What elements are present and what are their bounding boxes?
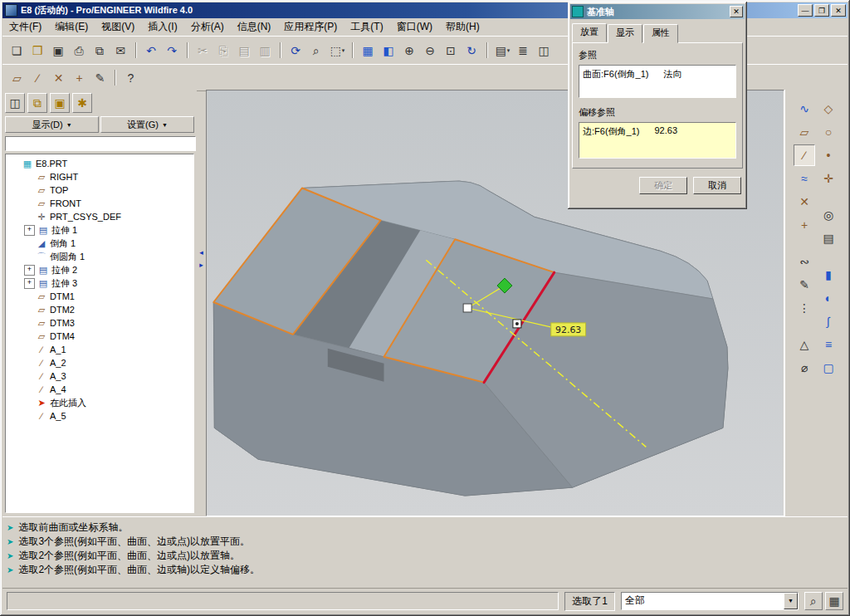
tree-expander-icon[interactable] [24, 398, 33, 408]
tree-expander-icon[interactable] [24, 385, 33, 394]
sketch-tool-button[interactable]: ✎ [90, 67, 110, 88]
dimension-label[interactable]: 92.63 [551, 323, 586, 336]
regenerate-button[interactable]: ⟳ [286, 40, 306, 61]
datum-plane-tool-button[interactable]: ▱ [794, 121, 815, 143]
datum-axis-button[interactable]: ∕ [27, 67, 48, 88]
refit-button[interactable]: ⊡ [441, 40, 462, 61]
selection-filter-combo[interactable]: 全部 ▼ [621, 592, 799, 610]
dialog-title-bar[interactable]: 基准轴 ✕ [570, 4, 745, 19]
maximize-button[interactable]: ❐ [814, 4, 829, 17]
saved-views-button[interactable]: ▤ ▾ [492, 40, 513, 61]
tree-expander-icon[interactable] [24, 319, 33, 328]
cut-button[interactable]: ✂ [193, 40, 213, 61]
repaint-button[interactable]: ▦ [358, 40, 379, 61]
show-menu-button[interactable]: 显示(D) ▼ [5, 116, 99, 133]
tree-expander-icon[interactable] [24, 213, 33, 222]
tree-expander-icon[interactable] [24, 332, 33, 341]
open-button[interactable]: ❒ [27, 40, 48, 61]
tree-expander-icon[interactable] [24, 292, 33, 301]
tree-item[interactable]: ▱ TOP [6, 183, 193, 197]
new-button[interactable]: ❏ [7, 40, 27, 61]
tree-item[interactable]: ∕ A_3 [6, 369, 193, 383]
menu-item[interactable]: 应用程序(P) [277, 18, 344, 36]
menu-item[interactable]: 文件(F) [2, 18, 48, 36]
tree-expander-icon[interactable] [24, 225, 35, 236]
sash-collapse-right-icon[interactable]: ▸ [197, 260, 206, 271]
find-button[interactable]: ⌕ [306, 40, 327, 61]
favorites-button[interactable]: ▣ [50, 93, 70, 113]
datum-csys-button[interactable]: + [69, 67, 90, 88]
status-find-button[interactable]: ⌕ [804, 592, 823, 610]
folder-browser-button[interactable]: ⧉ [27, 93, 47, 113]
tree-item[interactable]: ∕ A_4 [6, 383, 193, 396]
paste-button[interactable]: ▤ [234, 40, 255, 61]
offset-reference-row[interactable]: 边:F6(倒角_1) 92.63 [583, 125, 732, 138]
datum-point-tool-button[interactable]: ✕ [794, 191, 815, 213]
sweep-button[interactable]: ∫ [818, 310, 839, 332]
tree-item[interactable]: ∕ A_1 [6, 343, 193, 356]
tree-item[interactable]: ◢ 倒角 1 [6, 237, 193, 250]
references-list[interactable]: 曲面:F6(倒角_1) 法向 [579, 65, 736, 98]
revolve-button[interactable]: ◐ [818, 287, 839, 309]
datum-axis-tool-button[interactable]: ∕ [794, 144, 815, 166]
tree-expander-icon[interactable] [24, 359, 33, 368]
tree-item[interactable]: ▤ 拉伸 3 [6, 276, 193, 290]
model-copy-button[interactable]: ⧉ [90, 40, 110, 61]
axis-display-button[interactable]: ○ [818, 121, 839, 143]
blend-button[interactable]: ≡ [818, 334, 839, 355]
menu-item[interactable]: 窗口(W) [390, 18, 439, 36]
tree-item[interactable]: ✛ PRT_CSYS_DEF [6, 210, 193, 223]
tree-expander-icon[interactable] [24, 239, 33, 248]
tree-item[interactable]: ▱ DTM3 [6, 316, 193, 330]
view-manager-button[interactable]: ◫ [534, 40, 554, 61]
tree-item[interactable]: ▦ E8.PRT [6, 157, 193, 170]
save-button[interactable]: ▣ [48, 40, 69, 61]
sketched-curve-button[interactable]: ≈ [794, 168, 815, 189]
datum-plane-button[interactable]: ▱ [7, 67, 27, 88]
status-select-button[interactable]: ▦ [825, 592, 843, 610]
menu-item[interactable]: 帮助(H) [439, 18, 486, 36]
tree-item[interactable]: ➤ 在此插入 [6, 396, 193, 409]
combo-dropdown-icon[interactable]: ▼ [784, 593, 798, 609]
tree-item[interactable]: ▱ DTM2 [6, 303, 193, 316]
undo-button[interactable]: ↶ [141, 40, 162, 61]
tree-expander-icon[interactable] [24, 306, 33, 315]
pattern-button[interactable]: ⋮ [794, 297, 815, 319]
menu-item[interactable]: 分析(A) [184, 18, 231, 36]
dialog-close-button[interactable]: ✕ [730, 6, 743, 17]
zoom-out-button[interactable]: ⊖ [420, 40, 441, 61]
shaded-view-button[interactable]: ◧ [379, 40, 399, 61]
tree-item[interactable]: ▱ DTM4 [6, 330, 193, 343]
redo-button[interactable]: ↷ [162, 40, 183, 61]
paste-special-button[interactable]: ▥ [255, 40, 276, 61]
cancel-button[interactable]: 取消 [693, 177, 741, 194]
tree-item[interactable]: ▱ FRONT [6, 197, 193, 210]
extrude-button[interactable]: ▮ [818, 264, 839, 286]
annotation-button[interactable]: ▤ [818, 227, 839, 249]
connections-button[interactable]: ✱ [72, 93, 92, 113]
copy-button[interactable]: ⎘ [213, 40, 234, 61]
minimize-button[interactable]: — [798, 4, 813, 17]
menu-item[interactable]: 视图(V) [95, 18, 141, 36]
csys-display-button[interactable]: ✛ [818, 168, 839, 189]
placement-handle[interactable] [463, 304, 471, 312]
menu-item[interactable]: 编辑(E) [48, 18, 95, 36]
datum-point-button[interactable]: ✕ [48, 67, 69, 88]
panel-sash[interactable]: ◂ ▸ [197, 90, 206, 516]
shell-button[interactable]: ▢ [818, 357, 839, 379]
tree-expander-icon[interactable] [24, 173, 33, 182]
offset-references-list[interactable]: 边:F6(倒角_1) 92.63 [579, 122, 736, 159]
tree-item[interactable]: ∕ A_5 [6, 409, 193, 423]
tree-expander-icon[interactable] [24, 278, 35, 289]
close-button[interactable]: ✕ [831, 4, 846, 17]
model-tree-toggle-button[interactable]: ◫ [5, 93, 25, 113]
layers-button[interactable]: ≣ [513, 40, 534, 61]
reorient-button[interactable]: ↻ [462, 40, 482, 61]
ok-button[interactable]: 确定 [639, 177, 687, 194]
tree-expander-icon[interactable] [24, 265, 35, 276]
tree-item[interactable]: ▱ RIGHT [6, 170, 193, 183]
menu-item[interactable]: 插入(I) [141, 18, 183, 36]
analysis-button[interactable]: △ [794, 334, 815, 355]
context-help-button[interactable]: ? [120, 67, 141, 88]
tree-item[interactable]: ∕ A_2 [6, 356, 193, 369]
